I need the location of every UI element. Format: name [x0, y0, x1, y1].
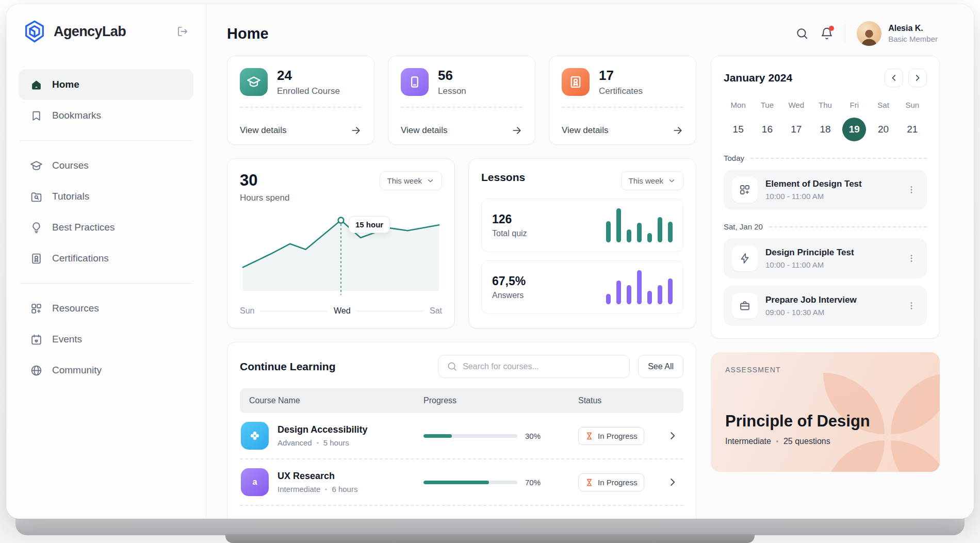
sidebar-item-bookmarks[interactable]: Bookmarks — [19, 100, 193, 131]
hours-spend-card: 30 Hours spend This week 15 hou — [227, 158, 455, 328]
screen: AgencyLab Home Bookmarks Courses — [0, 0, 980, 543]
continue-learning-title: Continue Learning — [240, 360, 430, 373]
table-row[interactable]: Design Accessibility Advanced 5 hours — [240, 413, 683, 458]
event-title: Design Principle Test — [765, 248, 896, 258]
assessment-card[interactable]: ASSESSMENT Principle of Design Intermedi… — [711, 352, 940, 472]
event-time: 10:00 - 11:00 AM — [765, 192, 896, 201]
row-chevron-right-icon[interactable] — [667, 430, 678, 441]
progress-fill — [423, 434, 452, 438]
sidebar-item-label: Best Practices — [52, 222, 115, 233]
chart-tooltip: 15 hour — [349, 216, 390, 233]
date-cell[interactable]: 18 — [811, 118, 840, 141]
stats-row: 24 Enrolled Course View details — [227, 56, 696, 145]
divider — [240, 107, 362, 108]
sidebar-item-resources[interactable]: Resources — [19, 293, 193, 324]
axis-label-wed: Wed — [334, 306, 351, 316]
sidebar-item-tutorials[interactable]: Tutorials — [19, 181, 193, 212]
certificate-icon — [30, 252, 43, 265]
stat-label: Certificates — [599, 86, 643, 96]
view-details-button[interactable]: View details — [240, 117, 362, 136]
calendar-heart-icon — [30, 333, 43, 346]
sidebar-item-certifications[interactable]: Certifications — [19, 243, 193, 274]
hours-value: 30 — [240, 171, 289, 190]
hours-line-chart: 15 hour — [240, 212, 442, 301]
bookmark-icon — [30, 109, 43, 122]
collapse-sidebar-icon[interactable] — [176, 25, 189, 38]
sidebar-item-label: Community — [52, 365, 102, 376]
sidebar-item-courses[interactable]: Courses — [19, 150, 193, 181]
user-profile[interactable]: Alesia K. Basic Member — [857, 21, 938, 46]
arrow-right-icon — [672, 125, 683, 136]
sidebar-item-label: Courses — [52, 160, 89, 171]
notifications-bell-icon[interactable] — [820, 27, 834, 40]
calendar-day-names: Mon Tue Wed Thu Fri Sat Sun — [724, 101, 927, 109]
event-card[interactable]: Element of Design Test 10:00 - 11:00 AM — [724, 170, 927, 210]
event-card[interactable]: Prepare Job Interview 09:00 - 10:30 AM — [724, 286, 927, 326]
search-icon[interactable] — [795, 27, 809, 40]
course-name: Design Accessibility — [277, 424, 367, 435]
search-icon — [447, 361, 458, 372]
kebab-menu-icon[interactable] — [904, 251, 919, 266]
day-name: Wed — [782, 101, 811, 109]
divider — [401, 107, 522, 108]
column-status: Status — [578, 396, 683, 405]
laptop-base — [15, 518, 965, 535]
table-row[interactable]: a UX Research Intermediate 6 hours — [240, 459, 683, 505]
course-search-input[interactable] — [463, 362, 621, 371]
view-details-label: View details — [240, 125, 286, 136]
date-cell[interactable]: 15 — [724, 118, 753, 141]
stat-value: 24 — [277, 68, 340, 84]
date-cell[interactable]: 20 — [869, 118, 897, 141]
row-chevron-right-icon[interactable] — [667, 476, 678, 488]
lightning-icon — [732, 245, 758, 271]
chevron-right-icon — [913, 73, 922, 83]
view-details-button[interactable]: View details — [562, 117, 683, 136]
progress-percent: 30% — [525, 432, 541, 440]
date-cell[interactable]: 17 — [782, 118, 811, 141]
day-name: Sun — [898, 101, 927, 109]
stat-card-enrolled-course: 24 Enrolled Course View details — [227, 56, 374, 145]
calendar-dates: 15 16 17 18 19 20 21 — [724, 118, 927, 141]
date-cell-selected[interactable]: 19 — [840, 118, 869, 141]
sidebar-divider — [20, 140, 192, 141]
total-quiz-stat: 126 Total quiz — [481, 199, 683, 252]
sidebar-item-home[interactable]: Home — [19, 69, 193, 100]
day-name: Tue — [753, 101, 781, 109]
sidebar: AgencyLab Home Bookmarks Courses — [6, 4, 206, 519]
calendar-next-button[interactable] — [908, 69, 927, 87]
date-cell[interactable]: 16 — [753, 118, 781, 141]
page-title: Home — [227, 25, 269, 42]
view-details-label: View details — [401, 125, 447, 136]
progress-percent: 70% — [525, 478, 541, 487]
kebab-menu-icon[interactable] — [904, 299, 919, 313]
lessons-card: Lessons This week 126 Total quiz — [468, 158, 696, 328]
progress-bar — [423, 481, 517, 484]
assessment-level: Intermediate — [725, 437, 771, 446]
answers-value: 67,5% — [492, 274, 526, 288]
course-duration: 5 hours — [323, 438, 349, 447]
lessons-week-filter[interactable]: This week — [621, 171, 683, 190]
stat-card-certificates: 17 Certificates View details — [549, 56, 696, 145]
course-level: Intermediate — [277, 485, 320, 493]
date-cell[interactable]: 21 — [898, 118, 927, 141]
continue-learning-card: Continue Learning See All Course Name Pr… — [227, 342, 696, 519]
answers-stat: 67,5% Answers — [481, 260, 683, 314]
calendar-prev-button[interactable] — [885, 69, 903, 87]
dot-separator — [776, 440, 778, 442]
event-title: Element of Design Test — [765, 179, 896, 189]
sidebar-item-events[interactable]: Events — [19, 324, 193, 355]
event-card[interactable]: Design Principle Test 10:00 - 11:00 AM — [724, 238, 927, 278]
sidebar-item-community[interactable]: Community — [19, 355, 193, 386]
course-search[interactable] — [438, 355, 630, 378]
header-divider — [845, 24, 845, 43]
stat-label: Lesson — [438, 86, 466, 96]
event-title: Prepare Job Interview — [765, 295, 896, 305]
view-details-button[interactable]: View details — [401, 117, 522, 136]
sidebar-item-best-practices[interactable]: Best Practices — [19, 212, 193, 243]
see-all-button[interactable]: See All — [638, 355, 683, 378]
status-badge: In Progress — [578, 427, 644, 445]
sidebar-nav: Home Bookmarks Courses Tutorials — [19, 69, 193, 386]
hours-week-filter[interactable]: This week — [380, 171, 442, 190]
kebab-menu-icon[interactable] — [904, 183, 919, 197]
course-level: Advanced — [277, 438, 312, 447]
